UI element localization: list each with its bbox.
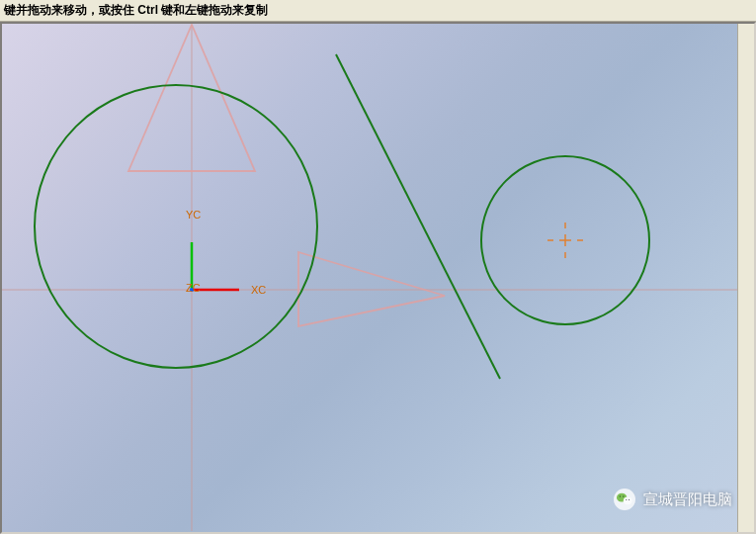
y-axis-label: YC bbox=[186, 209, 201, 221]
status-help-bar: 键并拖动来移动，或按住 Ctrl 键和左键拖动来复制 bbox=[0, 0, 756, 22]
circle-large[interactable] bbox=[35, 85, 317, 368]
oblique-line[interactable] bbox=[336, 54, 500, 379]
coordinate-triad[interactable]: XC YC ZC bbox=[186, 209, 266, 296]
wechat-icon bbox=[614, 489, 635, 510]
svg-point-11 bbox=[623, 495, 624, 496]
svg-point-13 bbox=[629, 499, 630, 500]
cursor-marker bbox=[547, 222, 583, 258]
svg-point-10 bbox=[620, 495, 621, 496]
z-axis-label: ZC bbox=[186, 282, 201, 294]
help-text: 键并拖动来移动，或按住 Ctrl 键和左键拖动来复制 bbox=[4, 2, 268, 19]
circles[interactable] bbox=[35, 85, 649, 368]
svg-point-9 bbox=[624, 497, 632, 505]
drawing-svg: XC YC ZC bbox=[2, 24, 737, 532]
watermark: 宣城晋阳电脑 bbox=[614, 489, 732, 510]
watermark-text: 宣城晋阳电脑 bbox=[643, 490, 732, 509]
x-axis-label: XC bbox=[251, 284, 266, 296]
vertical-scrollbar[interactable] bbox=[737, 24, 754, 532]
app-window: 键并拖动来移动，或按住 Ctrl 键和左键拖动来复制 bbox=[0, 0, 756, 534]
drawing-viewport[interactable]: XC YC ZC bbox=[2, 24, 737, 532]
canvas-frame: XC YC ZC bbox=[0, 22, 756, 534]
svg-point-12 bbox=[626, 499, 627, 500]
